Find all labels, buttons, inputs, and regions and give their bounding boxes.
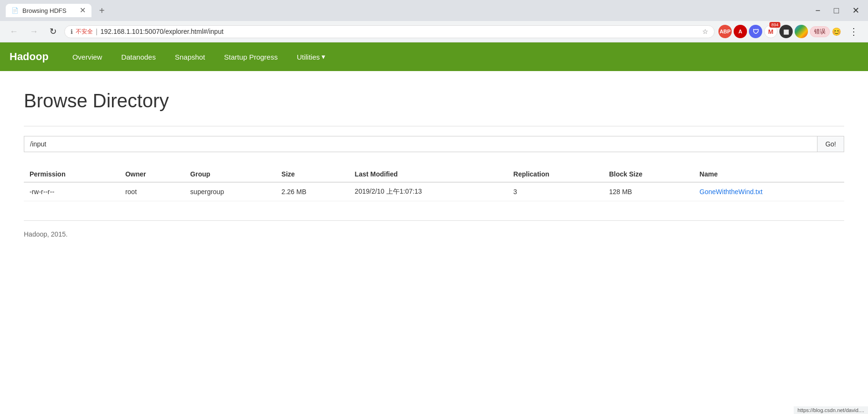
nav-overview[interactable]: Overview [63, 44, 112, 70]
address-separator: | [96, 28, 98, 35]
nav-snapshot[interactable]: Snapshot [165, 44, 214, 70]
browser-chrome: 📄 Browsing HDFS ✕ + − □ ✕ ← → ↻ ℹ 不安全 | … [0, 0, 868, 42]
acrobat-icon[interactable]: A [734, 25, 747, 38]
error-label[interactable]: 错误 [810, 26, 830, 37]
nav-startup-progress-label: Startup Progress [224, 53, 278, 61]
gmail-badge: 894 [769, 22, 780, 28]
table-header: Permission Owner Group Size Last Modifie… [24, 166, 844, 182]
page-title: Browse Directory [24, 90, 844, 112]
col-name: Name [694, 166, 844, 182]
minimize-button[interactable]: − [813, 4, 824, 17]
nav-utilities-label: Utilities [297, 53, 320, 61]
tab-title: Browsing HDFS [22, 7, 66, 14]
go-button[interactable]: Go! [817, 136, 844, 152]
col-size: Size [276, 166, 349, 182]
footer: Hadoop, 2015. [24, 220, 844, 238]
col-last-modified: Last Modified [349, 166, 508, 182]
insecure-label: 不安全 [76, 28, 93, 36]
browser-extension-icons: ABP A 🛡 M 894 ▦ 错误 😊 [718, 25, 841, 38]
nav-datanodes[interactable]: Datanodes [111, 44, 165, 70]
cell-permission: -rw-r--r-- [24, 182, 120, 201]
nav-utilities[interactable]: Utilities ▾ [287, 44, 335, 70]
path-bar: Go! [24, 136, 844, 152]
main-content: Browse Directory Go! Permission Owner Gr… [0, 71, 868, 257]
address-bar[interactable]: ℹ 不安全 | 192.168.1.101:50070/explorer.htm… [64, 25, 715, 38]
new-tab-button[interactable]: + [95, 4, 109, 17]
hadoop-brand: Hadoop [10, 51, 49, 63]
directory-table: Permission Owner Group Size Last Modifie… [24, 166, 844, 201]
qr-icon[interactable]: ▦ [779, 25, 793, 38]
browser-menu-button[interactable]: ⋮ [845, 24, 862, 39]
tab-page-icon: 📄 [11, 7, 19, 14]
cell-name[interactable]: GoneWiththeWind.txt [694, 182, 844, 201]
tab-close-button[interactable]: ✕ [80, 7, 86, 14]
maximize-button[interactable]: □ [831, 4, 842, 17]
nav-overview-label: Overview [72, 53, 102, 61]
bookmark-icon[interactable]: ☆ [702, 28, 708, 35]
col-replication: Replication [508, 166, 604, 182]
nav-datanodes-label: Datanodes [121, 53, 156, 61]
window-controls: − □ ✕ [813, 4, 862, 17]
forward-button[interactable]: → [26, 25, 42, 39]
cell-group: supergroup [184, 182, 276, 201]
table-row: -rw-r--r-- root supergroup 2.26 MB 2019/… [24, 182, 844, 201]
col-block-size: Block Size [603, 166, 694, 182]
browser-tab[interactable]: 📄 Browsing HDFS ✕ [6, 4, 91, 17]
gmail-icon-wrapper[interactable]: M 894 [764, 25, 777, 38]
hadoop-nav-links: Overview Datanodes Snapshot Startup Prog… [63, 44, 335, 70]
path-input[interactable] [24, 136, 817, 152]
shield-icon[interactable]: 🛡 [749, 25, 762, 38]
footer-text: Hadoop, 2015. [24, 230, 68, 238]
color-icon[interactable] [795, 25, 808, 38]
close-button[interactable]: ✕ [849, 4, 862, 17]
cell-block-size: 128 MB [603, 182, 694, 201]
cell-last-modified: 2019/2/10 上午1:07:13 [349, 182, 508, 201]
browser-titlebar: 📄 Browsing HDFS ✕ + − □ ✕ [0, 0, 868, 21]
back-button[interactable]: ← [6, 25, 22, 39]
file-link[interactable]: GoneWiththeWind.txt [699, 188, 762, 196]
col-owner: Owner [120, 166, 184, 182]
col-group: Group [184, 166, 276, 182]
nav-startup-progress[interactable]: Startup Progress [214, 44, 287, 70]
refresh-button[interactable]: ↻ [46, 24, 61, 39]
hadoop-navbar: Hadoop Overview Datanodes Snapshot Start… [0, 42, 868, 71]
cell-size: 2.26 MB [276, 182, 349, 201]
emoji-icon[interactable]: 😊 [832, 27, 841, 36]
address-url: 192.168.1.101:50070/explorer.html#/input [101, 28, 223, 35]
col-permission: Permission [24, 166, 120, 182]
cell-owner: root [120, 182, 184, 201]
adblock-plus-icon[interactable]: ABP [718, 25, 732, 38]
cell-replication: 3 [508, 182, 604, 201]
table-body: -rw-r--r-- root supergroup 2.26 MB 2019/… [24, 182, 844, 201]
nav-snapshot-label: Snapshot [175, 53, 205, 61]
title-divider [24, 126, 844, 126]
lock-icon: ℹ [71, 28, 73, 35]
browser-toolbar: ← → ↻ ℹ 不安全 | 192.168.1.101:50070/explor… [0, 21, 868, 42]
utilities-dropdown-icon: ▾ [322, 52, 325, 61]
